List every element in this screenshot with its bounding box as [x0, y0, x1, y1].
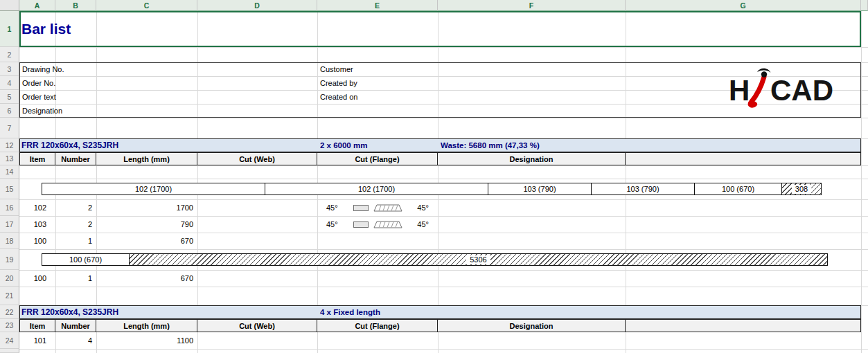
cell-item[interactable]: 101	[19, 332, 55, 349]
row-header[interactable]: 21	[0, 287, 19, 305]
section-stock[interactable]: 4 x Fixed length	[320, 305, 472, 319]
info-label-created-on[interactable]: Created on	[320, 90, 493, 104]
cell-number[interactable]: 1	[55, 270, 96, 287]
column-header-f[interactable]: F	[438, 0, 626, 11]
info-label-order-no[interactable]: Order No.	[22, 76, 195, 90]
cell-cut-flange[interactable]: 45° 45°	[317, 199, 438, 216]
web-cut-icon	[353, 205, 369, 211]
row-header[interactable]: 23	[0, 319, 19, 332]
gridline	[19, 165, 868, 166]
row-header[interactable]: 6	[0, 104, 19, 118]
column-header-g[interactable]: G	[626, 0, 861, 11]
row-header[interactable]: 3	[0, 62, 19, 76]
cell-item[interactable]: 103	[19, 216, 55, 233]
row-header[interactable]: 22	[0, 305, 19, 319]
cell-item[interactable]: 102	[19, 199, 55, 216]
cell-length[interactable]: 1100	[96, 332, 197, 349]
gridline	[19, 47, 868, 48]
row-header[interactable]	[0, 349, 19, 353]
row-header[interactable]: 15	[0, 179, 19, 199]
info-label-created-by[interactable]: Created by	[320, 76, 493, 90]
bar-segment-label: 308	[792, 185, 811, 194]
table-header-cut-web[interactable]: Cut (Web)	[197, 319, 317, 332]
row-header[interactable]: 2	[0, 47, 19, 62]
cut-preview-icons	[353, 203, 402, 212]
column-header-partial[interactable]	[861, 0, 868, 11]
cell-number[interactable]: 2	[55, 216, 96, 233]
bar-segment-label: 100 (670)	[722, 185, 754, 193]
bar-segment: 100 (670)	[42, 253, 130, 266]
cell-cut-flange[interactable]: 45° 45°	[317, 216, 438, 233]
bar-segment-label: 103 (790)	[626, 185, 659, 193]
cell-length[interactable]: 1700	[96, 199, 197, 216]
page-title[interactable]: Bar list	[21, 12, 437, 46]
table-header-length[interactable]: Length (mm)	[96, 319, 197, 332]
row-header[interactable]: 7	[0, 118, 19, 138]
bar-segment: 102 (1700)	[265, 183, 488, 195]
row-header[interactable]: 4	[0, 76, 19, 90]
bar-segment-label: 102 (1700)	[135, 185, 172, 193]
cut-preview-icons	[353, 220, 402, 229]
row-header[interactable]: 17	[0, 216, 19, 233]
row-header[interactable]: 19	[0, 249, 19, 270]
table-header-item[interactable]: Item	[19, 152, 55, 165]
flange-angle-right: 45°	[417, 220, 429, 228]
section-waste[interactable]: Waste: 5680 mm (47,33 %)	[441, 138, 648, 152]
column-header-d[interactable]: D	[197, 0, 317, 11]
section-stock[interactable]: 2 x 6000 mm	[320, 138, 438, 152]
table-header-number[interactable]: Number	[55, 152, 96, 165]
table-header-cut-web[interactable]: Cut (Web)	[197, 152, 317, 165]
cell-length[interactable]: 790	[96, 216, 197, 233]
gridline	[19, 287, 868, 287]
table-header-designation[interactable]: Designation	[438, 319, 626, 332]
column-header-b[interactable]: B	[55, 0, 96, 11]
flange-angle-left: 45°	[326, 203, 338, 212]
info-label-designation[interactable]: Designation	[22, 104, 195, 118]
gridline	[19, 179, 868, 179]
cell-item[interactable]: 100	[19, 270, 55, 287]
section-title[interactable]: FRR 120x60x4, S235JRH	[21, 305, 312, 319]
table-header-number[interactable]: Number	[55, 319, 96, 332]
info-label-customer[interactable]: Customer	[320, 62, 493, 76]
cell-number[interactable]: 4	[55, 332, 96, 349]
column-header-a[interactable]: A	[19, 0, 55, 11]
row-header[interactable]: 24	[0, 332, 19, 349]
gridline	[19, 349, 868, 350]
bar-diagram: 102 (1700) 102 (1700) 103 (790) 103 (790…	[42, 183, 822, 195]
info-label-order-text[interactable]: Order text	[22, 90, 195, 104]
flange-miter-cut-icon	[373, 220, 402, 229]
table-header-length[interactable]: Length (mm)	[96, 152, 197, 165]
table-header-empty[interactable]	[626, 152, 861, 165]
cell-number[interactable]: 2	[55, 199, 96, 216]
row-header[interactable]: 20	[0, 270, 19, 287]
logo-text-right: CAD	[770, 74, 833, 107]
row-header[interactable]: 14	[0, 165, 19, 179]
bar-segment: 103 (790)	[488, 183, 592, 195]
gridline	[19, 249, 868, 250]
info-label-drawing-no[interactable]: Drawing No.	[22, 62, 195, 76]
row-header[interactable]: 16	[0, 199, 19, 216]
section-title[interactable]: FRR 120x60x4, S235JRH	[21, 138, 312, 152]
cell-length[interactable]: 670	[96, 270, 197, 287]
table-header-item[interactable]: Item	[19, 319, 55, 332]
table-header-cut-flange[interactable]: Cut (Flange)	[317, 152, 438, 165]
cell-item[interactable]: 100	[19, 233, 55, 249]
column-header-c[interactable]: C	[96, 0, 197, 11]
bar-segment-label: 100 (670)	[69, 255, 102, 264]
select-all-corner[interactable]	[0, 0, 19, 11]
flange-angle-right: 45°	[417, 203, 429, 212]
table-header-designation[interactable]: Designation	[438, 152, 626, 165]
gridline	[19, 118, 868, 118]
table-header-cut-flange[interactable]: Cut (Flange)	[317, 319, 438, 332]
row-header[interactable]: 13	[0, 152, 19, 165]
cell-number[interactable]: 1	[55, 233, 96, 249]
row-header[interactable]: 5	[0, 90, 19, 104]
cell-length[interactable]: 670	[96, 233, 197, 249]
column-header-e[interactable]: E	[317, 0, 438, 11]
bar-waste-segment: 5306	[129, 253, 828, 266]
row-header[interactable]: 1	[0, 11, 19, 47]
row-header[interactable]: 18	[0, 233, 19, 249]
table-header-empty[interactable]	[626, 319, 861, 332]
row-header[interactable]: 12	[0, 138, 19, 152]
flange-angle-left: 45°	[326, 220, 338, 228]
